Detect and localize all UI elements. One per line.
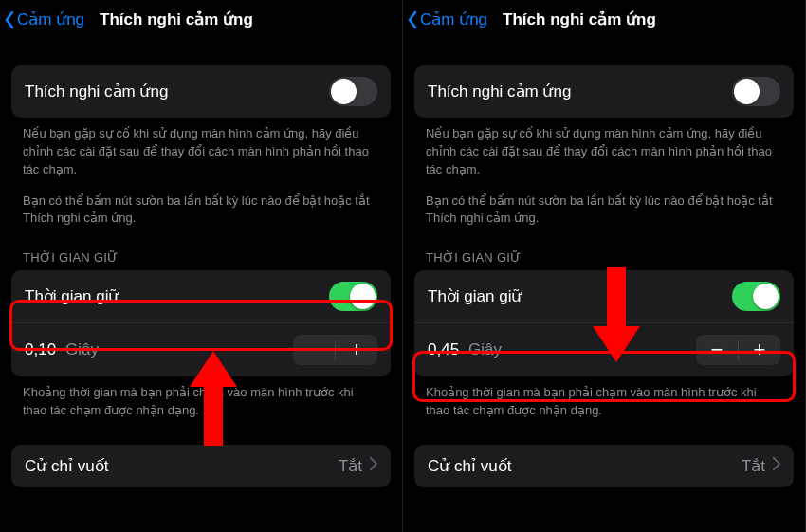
swipe-gestures-right: Tắt (339, 456, 377, 476)
hold-duration-stepper: − + (696, 335, 780, 365)
chevron-right-icon (773, 456, 780, 475)
hold-duration-group: Thời gian giữ 0,10 Giây − + (11, 270, 391, 376)
stepper-minus-button[interactable]: − (696, 335, 738, 365)
touch-accommodation-label: Thích nghi cảm ứng (25, 82, 168, 101)
chevron-right-icon (370, 456, 377, 475)
touch-accommodation-desc1: Nếu bạn gặp sự cố khi sử dụng màn hình c… (0, 118, 402, 179)
hold-duration-group: Thời gian giữ 0,45 Giây − + (414, 270, 794, 376)
hold-duration-label: Thời gian giữ (428, 286, 522, 306)
swipe-gestures-value: Tắt (742, 456, 765, 476)
touch-accommodation-switch[interactable] (329, 77, 377, 106)
back-button[interactable]: Cảm ứng (407, 9, 487, 29)
hold-duration-label: Thời gian giữ (25, 286, 119, 306)
chevron-left-icon (4, 10, 15, 29)
back-button[interactable]: Cảm ứng (4, 9, 84, 29)
hold-duration-value: 0,10 Giây (25, 340, 99, 359)
swipe-gestures-label: Cử chỉ vuốt (25, 456, 108, 476)
page-title: Thích nghi cảm ứng (100, 9, 253, 29)
touch-accommodation-cell: Thích nghi cảm ứng (11, 65, 391, 118)
swipe-gestures-right: Tắt (742, 456, 780, 476)
navbar: Cảm ứng Thích nghi cảm ứng (0, 0, 402, 39)
swipe-gestures-value: Tắt (339, 456, 362, 476)
hold-duration-stepper: − + (293, 335, 377, 365)
page-title: Thích nghi cảm ứng (503, 9, 656, 29)
pane-left: Cảm ứng Thích nghi cảm ứng Thích nghi cả… (0, 0, 403, 532)
hold-duration-row: Thời gian giữ (414, 270, 794, 323)
swipe-gestures-cell[interactable]: Cử chỉ vuốt Tắt (414, 445, 794, 487)
hold-duration-number: 0,45 (428, 340, 459, 359)
hold-duration-switch[interactable] (329, 282, 377, 311)
chevron-left-icon (407, 10, 418, 29)
hold-duration-value: 0,45 Giây (428, 340, 502, 359)
pane-right: Cảm ứng Thích nghi cảm ứng Thích nghi cả… (403, 0, 806, 532)
touch-accommodation-desc2: Bạn có thể bấm nút sườn ba lần bất kỳ lú… (403, 179, 805, 229)
touch-accommodation-desc2: Bạn có thể bấm nút sườn ba lần bất kỳ lú… (0, 179, 402, 229)
back-label: Cảm ứng (17, 9, 84, 29)
navbar: Cảm ứng Thích nghi cảm ứng (403, 0, 805, 39)
hold-duration-desc: Khoảng thời gian mà bạn phải chạm vào mà… (403, 376, 805, 420)
touch-accommodation-cell: Thích nghi cảm ứng (414, 65, 794, 118)
hold-duration-switch[interactable] (732, 282, 780, 311)
touch-accommodation-label: Thích nghi cảm ứng (428, 82, 571, 101)
touch-accommodation-switch[interactable] (732, 77, 780, 106)
touch-accommodation-desc1: Nếu bạn gặp sự cố khi sử dụng màn hình c… (403, 118, 805, 179)
stepper-plus-button[interactable]: + (739, 335, 780, 365)
hold-duration-unit: Giây (65, 340, 99, 359)
stepper-minus-button[interactable]: − (293, 335, 335, 365)
hold-duration-header: THỜI GIAN GIỮ (403, 228, 805, 270)
back-label: Cảm ứng (420, 9, 487, 29)
hold-duration-header: THỜI GIAN GIỮ (0, 228, 402, 270)
hold-duration-value-row: 0,10 Giây − + (11, 323, 391, 376)
hold-duration-value-row: 0,45 Giây − + (414, 323, 794, 376)
hold-duration-unit: Giây (468, 340, 502, 359)
swipe-gestures-label: Cử chỉ vuốt (428, 456, 511, 476)
hold-duration-number: 0,10 (25, 340, 56, 359)
hold-duration-row: Thời gian giữ (11, 270, 391, 323)
swipe-gestures-cell[interactable]: Cử chỉ vuốt Tắt (11, 445, 391, 487)
hold-duration-desc: Khoảng thời gian mà bạn phải chạm vào mà… (0, 376, 402, 420)
stepper-plus-button[interactable]: + (336, 335, 377, 365)
